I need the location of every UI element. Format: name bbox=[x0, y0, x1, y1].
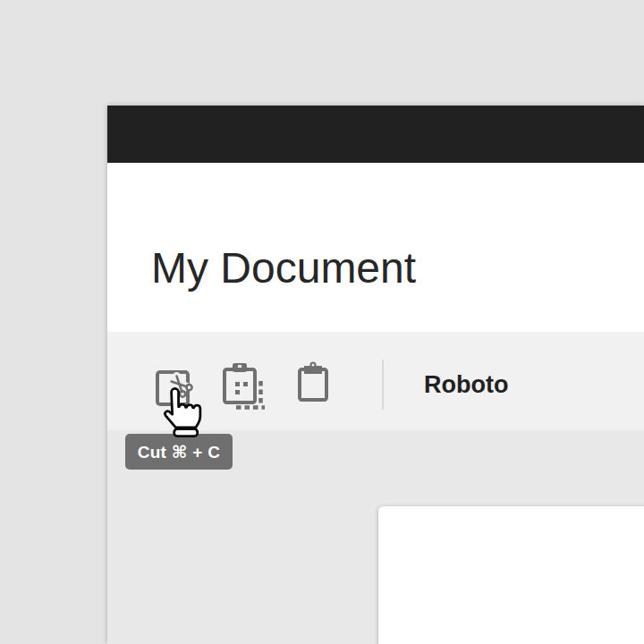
toolbar-divider bbox=[382, 360, 384, 410]
document-header: My Document File Edit View Insert Format bbox=[107, 163, 644, 332]
desktop-background: My Document File Edit View Insert Format bbox=[0, 0, 644, 644]
cut-tooltip: Cut ⌘ + C bbox=[125, 434, 233, 470]
paste-special-icon bbox=[218, 360, 268, 413]
cut-tooltip-label: Cut ⌘ + C bbox=[138, 442, 221, 462]
cut-icon bbox=[154, 363, 197, 408]
cut-button[interactable] bbox=[154, 363, 197, 408]
paste-button[interactable] bbox=[294, 360, 332, 408]
document-page[interactable] bbox=[378, 506, 644, 644]
font-selector[interactable]: Roboto bbox=[424, 370, 508, 399]
app-window: My Document File Edit View Insert Format bbox=[107, 106, 644, 644]
page-title: My Document bbox=[151, 247, 416, 290]
paste-special-button[interactable] bbox=[218, 360, 268, 413]
window-titlebar bbox=[107, 106, 644, 163]
font-selector-value: Roboto bbox=[424, 371, 508, 398]
clipboard-icon bbox=[294, 360, 332, 408]
